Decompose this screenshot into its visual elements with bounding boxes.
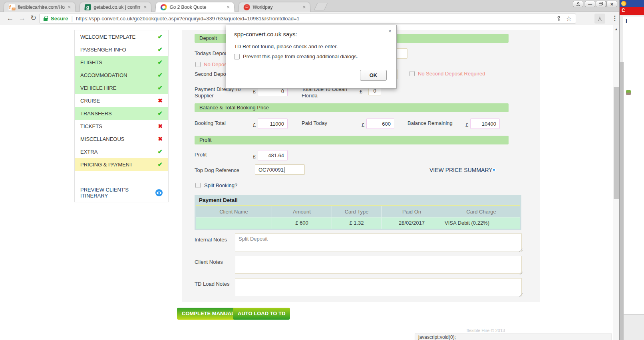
sidebar-item-pricing-payment[interactable]: PRICING & PAYMENT✔ [75, 158, 168, 171]
cell-paid-on: 28/02/2017 [381, 217, 442, 229]
balance-section-header: Balance & Total Booking Price [195, 103, 509, 112]
tab-strip: fch flexiblecarhire.com/Hom × g getabed.… [0, 0, 619, 12]
split-booking-label: Split Booking? [204, 182, 237, 188]
minimize-button[interactable]: — [585, 1, 595, 7]
forward-button[interactable]: → [18, 14, 26, 22]
address-bar[interactable]: Secure | https://spp-convert.co.uk/go2bo… [39, 14, 576, 24]
td-reference-label: Top Dog Reference [195, 167, 239, 173]
new-tab-button[interactable] [314, 3, 328, 10]
restore-icon [599, 2, 603, 6]
check-icon: ✔ [157, 33, 163, 40]
col-card-charge: Card Charge [442, 206, 520, 217]
tab-close-icon[interactable]: × [67, 4, 71, 10]
tab-go2bookquote-active[interactable]: Go 2 Book Quote × [155, 2, 235, 12]
tab-getabed[interactable]: g getabed.co.uk | confirma × [79, 2, 152, 12]
prevent-dialogs-label: Prevent this page from creating addition… [243, 53, 358, 59]
payment-detail-table: Payment Detail Client Name Amount Card T… [195, 195, 521, 230]
sidebar-item-transfers[interactable]: TRANSFERS✔ [75, 107, 168, 120]
sidebar-item-accommodation[interactable]: ACCOMMODATION✔ [75, 69, 168, 81]
currency-symbol: £ [253, 154, 256, 160]
restore-button[interactable] [596, 1, 606, 7]
client-notes-textarea[interactable] [235, 256, 522, 274]
dialog-title: spp-convert.co.uk says: [234, 31, 297, 38]
balance-remaining-label: Balance Remaining [407, 120, 453, 126]
tab-worldpay[interactable]: Worldpay × [238, 2, 311, 12]
resize-grip-icon[interactable] [519, 293, 523, 297]
tab-close-icon[interactable]: × [226, 4, 230, 10]
cell-card-type: £ 1.32 [332, 217, 381, 229]
tab-title: Go 2 Book Quote [169, 4, 224, 10]
internal-notes-textarea[interactable]: Split Deposit [235, 233, 522, 251]
dialog-close-icon[interactable]: × [388, 28, 392, 34]
auto-load-td-button[interactable]: AUTO LOAD TO TD [233, 308, 290, 320]
bookmark-star-icon[interactable]: ☆ [566, 16, 572, 22]
sidebar-item-tickets[interactable]: TICKETS✖ [75, 120, 168, 132]
getabed-favicon-icon: g [84, 4, 91, 10]
profit-input[interactable] [258, 150, 288, 160]
sidebar-item-flights[interactable]: FLIGHTS✔ [75, 56, 168, 69]
paid-today-input[interactable] [366, 119, 394, 129]
scrollbar-thumb[interactable] [614, 87, 619, 199]
adobe-extension-icon[interactable] [594, 14, 605, 24]
td-load-notes-textarea[interactable] [235, 278, 522, 296]
todays-deposit-label: Todays Deposit [195, 50, 230, 56]
col-client-name: Client Name [196, 206, 272, 217]
check-icon: ✔ [157, 46, 163, 53]
adobe-glyph-icon [597, 16, 602, 21]
sidebar-item-extra[interactable]: EXTRA✔ [75, 145, 168, 158]
profile-button[interactable] [573, 1, 583, 7]
check-icon: ✔ [157, 110, 163, 117]
background-window-icon [621, 1, 626, 6]
view-price-summary-link[interactable]: VIEW PRICE SUMMARY [429, 167, 493, 173]
booking-total-input[interactable] [258, 119, 288, 129]
split-booking-checkbox[interactable] [195, 183, 201, 188]
key-icon[interactable] [556, 16, 561, 21]
tab-close-icon[interactable]: × [143, 4, 147, 10]
dialog-ok-button[interactable]: OK [360, 70, 387, 81]
complete-manual-button[interactable]: COMPLETE MANUAL [177, 308, 239, 320]
cell-amount: £ 600 [272, 217, 332, 229]
person-icon [576, 2, 580, 6]
sidebar-item-passenger-info[interactable]: PASSENGER INFO✔ [75, 43, 168, 56]
resize-grip-icon[interactable] [519, 249, 523, 252]
page-scrollbar[interactable]: ▲ [613, 25, 619, 340]
chrome-menu-icon[interactable]: ⋮ [612, 14, 618, 22]
profit-label: Profit [195, 152, 207, 158]
no-deposit-checkbox[interactable] [195, 62, 201, 67]
table-header-row: Client Name Amount Card Type Paid On Car… [196, 206, 520, 217]
profit-section-header: Profit [195, 136, 509, 144]
currency-symbol: £ [362, 122, 364, 128]
resize-grip-icon[interactable] [519, 271, 523, 275]
check-icon: ✔ [157, 84, 163, 91]
background-window-strip [620, 62, 624, 340]
tab-close-icon[interactable]: × [302, 4, 306, 10]
no-second-deposit-checkbox[interactable] [409, 71, 415, 76]
browser-toolbar: ← → ↻ Secure | https://spp-convert.co.uk… [0, 12, 619, 25]
back-button[interactable]: ← [6, 14, 14, 22]
currency-symbol: £ [253, 122, 256, 128]
sidebar-item-miscellaneous[interactable]: MISCELLANEOUS✖ [75, 132, 168, 145]
background-window-red-bar: C [620, 7, 644, 15]
tab-flexiblecarhire[interactable]: fch flexiblecarhire.com/Hom × [3, 2, 76, 12]
url-separator: | [71, 16, 73, 22]
close-window-button[interactable]: × [606, 1, 617, 7]
sidebar-item-cruise[interactable]: CRUISE✖ [75, 94, 168, 107]
url-text[interactable]: https://spp-convert.co.uk/go2bookquote.a… [76, 16, 300, 22]
tab-title: Worldpay [252, 4, 300, 10]
reload-button[interactable]: ↻ [30, 14, 36, 22]
currency-symbol: £ [253, 89, 256, 95]
prevent-dialogs-checkbox[interactable] [234, 54, 240, 59]
text-caret [284, 167, 284, 173]
preview-itinerary-link[interactable]: PREVIEW CLIENT'S ITINERARY [75, 187, 168, 199]
js-alert-dialog: × spp-convert.co.uk says: TD Ref not fou… [226, 25, 397, 89]
balance-remaining-input[interactable] [470, 119, 500, 129]
table-row: £ 600 £ 1.32 28/02/2017 VISA Debit (0.22… [196, 217, 520, 229]
scroll-up-icon[interactable]: ▲ [614, 27, 618, 31]
check-icon: ✔ [157, 71, 163, 79]
payment-detail-title: Payment Detail [196, 195, 520, 206]
tab-title: getabed.co.uk | confirma [93, 4, 141, 10]
sidebar-item-welcome-template[interactable]: WELCOME TEMPLATE✔ [75, 30, 168, 43]
background-window-content: I [623, 16, 644, 314]
td-reference-input[interactable]: OC700091 [255, 164, 305, 175]
sidebar-item-vehicle-hire[interactable]: VEHICLE HIRE✔ [75, 81, 168, 94]
